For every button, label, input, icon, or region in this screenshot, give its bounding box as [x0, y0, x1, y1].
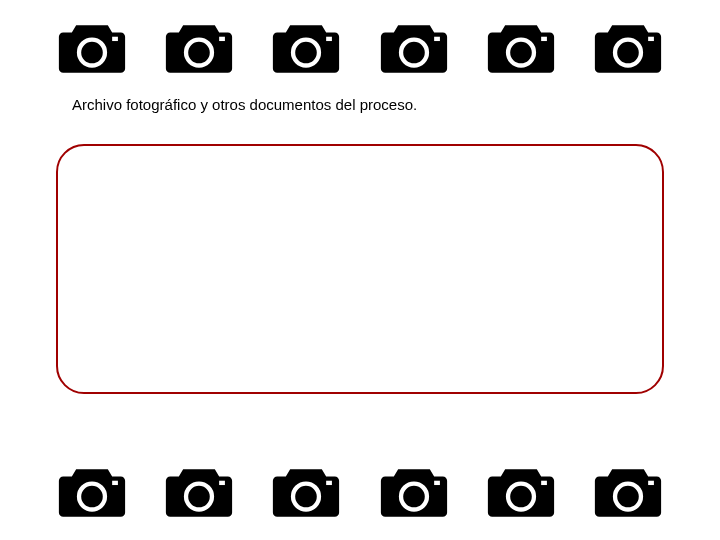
caption-text: Archivo fotográfico y otros documentos d… — [0, 78, 720, 113]
svg-point-14 — [186, 484, 212, 510]
icon-row-bottom — [0, 462, 720, 540]
svg-rect-21 — [541, 481, 547, 485]
camera-icon — [592, 18, 664, 78]
svg-rect-23 — [648, 481, 654, 485]
svg-rect-19 — [434, 481, 440, 485]
svg-point-10 — [615, 40, 641, 66]
svg-rect-15 — [219, 481, 225, 485]
camera-icon — [592, 462, 664, 522]
svg-point-0 — [79, 40, 105, 66]
svg-point-12 — [79, 484, 105, 510]
camera-icon — [56, 18, 128, 78]
camera-icon — [378, 18, 450, 78]
svg-point-2 — [186, 40, 212, 66]
svg-point-4 — [293, 40, 319, 66]
svg-rect-1 — [112, 37, 118, 41]
camera-icon — [270, 18, 342, 78]
svg-rect-11 — [648, 37, 654, 41]
camera-icon — [56, 462, 128, 522]
svg-point-22 — [615, 484, 641, 510]
camera-icon — [485, 18, 557, 78]
svg-point-8 — [508, 40, 534, 66]
svg-point-20 — [508, 484, 534, 510]
svg-rect-5 — [327, 37, 333, 41]
svg-rect-17 — [327, 481, 333, 485]
camera-icon — [163, 18, 235, 78]
svg-point-18 — [401, 484, 427, 510]
svg-point-6 — [401, 40, 427, 66]
svg-point-16 — [293, 484, 319, 510]
camera-icon — [270, 462, 342, 522]
svg-rect-13 — [112, 481, 118, 485]
icon-row-top — [0, 0, 720, 78]
svg-rect-7 — [434, 37, 440, 41]
content-frame — [56, 144, 664, 394]
svg-rect-9 — [541, 37, 547, 41]
camera-icon — [163, 462, 235, 522]
camera-icon — [485, 462, 557, 522]
camera-icon — [378, 462, 450, 522]
svg-rect-3 — [219, 37, 225, 41]
